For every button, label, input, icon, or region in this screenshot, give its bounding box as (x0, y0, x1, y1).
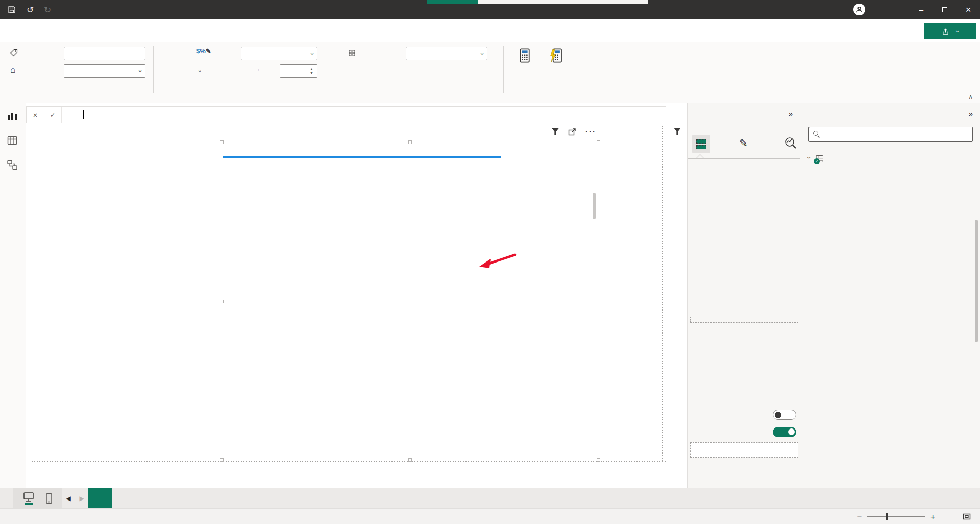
resize-handle[interactable] (220, 300, 224, 303)
mobile-layout-icon[interactable] (45, 493, 53, 504)
redo-icon: ↻ (42, 4, 53, 15)
chevron-down-icon: › (197, 70, 203, 72)
home-table-select[interactable]: › (64, 64, 145, 78)
page-boundary-horizontal (32, 461, 668, 462)
save-icon[interactable] (6, 4, 17, 15)
data-view-icon[interactable] (7, 135, 19, 147)
analytics-tab[interactable] (783, 136, 798, 151)
new-measure-button[interactable] (510, 45, 539, 90)
commit-formula-button[interactable]: ✓ (44, 111, 61, 119)
table-total-row (223, 157, 501, 169)
table-tree-item-sheet8[interactable]: › ✓ (800, 151, 974, 166)
text-cursor (83, 110, 84, 119)
data-pane: » › ✓ (800, 103, 980, 488)
drill-through-dropzone[interactable] (690, 442, 798, 458)
filter-icon[interactable] (552, 128, 559, 135)
keep-all-filters-toggle[interactable] (773, 427, 796, 437)
restore-icon (942, 7, 947, 12)
data-table[interactable] (223, 144, 501, 169)
cross-report-toggle[interactable] (773, 410, 796, 420)
data-category-select[interactable]: › (406, 47, 487, 60)
report-canvas[interactable]: ··· (26, 123, 666, 488)
next-page-icon: ▶ (75, 488, 88, 508)
search-icon (813, 131, 820, 138)
group-separator (503, 46, 504, 93)
red-arrow-annotation (477, 251, 517, 270)
expand-filters-icon[interactable] (674, 128, 681, 135)
cancel-formula-button[interactable]: ✕ (27, 111, 44, 119)
share-button[interactable]: › (924, 23, 976, 39)
collapse-ribbon-icon[interactable]: ∧ (968, 93, 973, 100)
report-view-icon[interactable] (7, 110, 19, 123)
ribbon: ⌂ › $%✎ › › → ▲▼ › ∧ (0, 42, 980, 103)
dax-formula-text[interactable] (76, 110, 84, 119)
group-label-structure (31, 92, 122, 101)
table-header-row[interactable] (223, 144, 501, 157)
formula-bar[interactable]: ✕ ✓ ∧ (26, 106, 681, 123)
stepper-arrows-icon[interactable]: ▲▼ (310, 67, 313, 75)
status-bar: − + (0, 508, 980, 524)
window-title (424, 0, 490, 19)
page-boundary-vertical (662, 126, 663, 461)
focus-mode-icon[interactable] (568, 128, 576, 136)
format-select[interactable]: › (241, 47, 317, 60)
new-page-button[interactable] (88, 488, 112, 508)
zoom-slider-thumb[interactable] (886, 513, 888, 520)
decimal-places-icon[interactable]: → (255, 66, 260, 72)
data-category-icon (347, 48, 356, 57)
format-visual-tab[interactable]: ✎ (739, 137, 748, 149)
group-label-formatting (177, 92, 268, 101)
resize-handle[interactable] (220, 458, 224, 462)
visual-header-toolbar: ··· (552, 127, 596, 136)
restore-button[interactable] (933, 0, 957, 19)
table-checked-badge: ✓ (814, 158, 820, 164)
home-icon: ⌂ (8, 65, 17, 75)
measure-name-input[interactable] (64, 47, 145, 60)
group-label-calculations (491, 92, 573, 101)
collapse-pane-icon[interactable]: » (789, 109, 793, 118)
table-visual[interactable] (222, 142, 598, 460)
close-button[interactable]: × (957, 0, 980, 19)
quick-measure-button[interactable] (542, 45, 571, 90)
previous-page-icon[interactable]: ◀ (62, 488, 75, 508)
build-visual-tab[interactable] (692, 135, 710, 153)
minimize-button[interactable]: – (910, 0, 933, 19)
columns-field-wells (690, 317, 798, 323)
ribbon-tab-bar: › (0, 19, 980, 42)
filters-pane-collapsed[interactable] (666, 103, 688, 488)
visualizations-pane: » ✎ (688, 103, 800, 488)
more-options-icon[interactable]: ··· (585, 127, 596, 136)
currency-format-button[interactable]: › (199, 65, 201, 76)
share-icon (942, 28, 949, 35)
search-input[interactable] (808, 127, 973, 142)
chevron-down-icon: › (954, 30, 962, 32)
view-rail (0, 103, 26, 488)
resize-handle[interactable] (597, 300, 600, 303)
fit-to-page-icon[interactable] (963, 513, 971, 520)
model-view-icon[interactable] (7, 159, 19, 172)
format-painter-icon: $%✎ (196, 47, 211, 55)
title-bar: ↺ ↻ – × (0, 0, 980, 19)
collapse-pane-icon[interactable]: » (969, 109, 973, 118)
name-tag-icon (9, 48, 18, 57)
desktop-layout-icon[interactable] (22, 492, 35, 505)
chevron-down-icon: › (308, 53, 316, 55)
resize-handle[interactable] (597, 140, 600, 144)
contextual-tab-header-strip (478, 0, 648, 4)
chevron-down-icon: › (136, 70, 144, 72)
resize-handle[interactable] (408, 458, 412, 462)
decimal-places-stepper[interactable]: ▲▼ (280, 64, 317, 78)
group-separator (153, 46, 154, 93)
account-avatar-icon[interactable] (853, 4, 865, 15)
visual-scrollbar-thumb[interactable] (593, 193, 596, 219)
zoom-in-icon[interactable]: + (930, 512, 935, 521)
undo-icon[interactable]: ↺ (24, 4, 36, 15)
data-pane-scrollbar-thumb[interactable] (975, 220, 978, 342)
chevron-down-icon[interactable]: › (805, 156, 813, 161)
resize-handle[interactable] (597, 458, 600, 462)
zoom-slider[interactable] (867, 516, 925, 517)
zoom-out-icon[interactable]: − (857, 512, 862, 521)
page-navigation-bar: ◀ ▶ (0, 488, 980, 508)
table-icon: ✓ (816, 155, 823, 162)
chevron-down-icon: › (478, 53, 486, 55)
